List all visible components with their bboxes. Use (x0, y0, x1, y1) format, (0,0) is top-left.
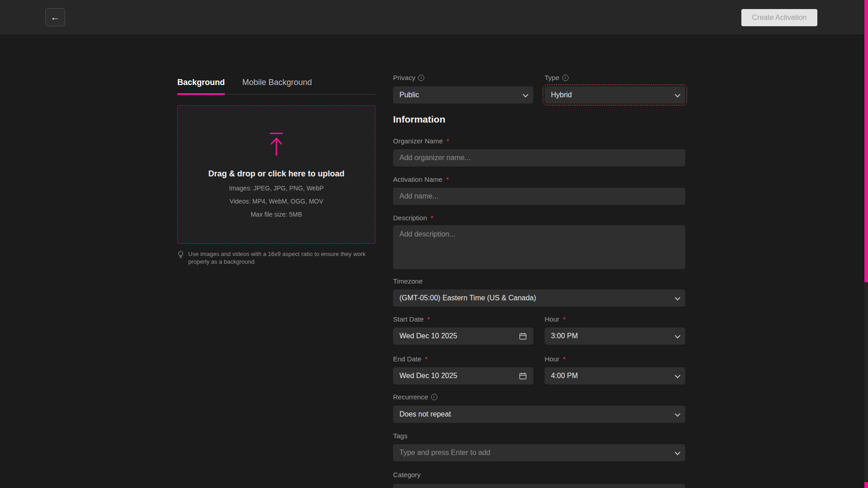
aspect-ratio-tip: Use images and videos with a 16x9 aspect… (177, 250, 372, 265)
required-asterisk: * (563, 355, 566, 363)
aspect-ratio-tip-text: Use images and videos with a 16x9 aspect… (188, 250, 372, 265)
dropzone-videos-formats: Videos: MP4, WebM, OGG, MOV (229, 198, 323, 205)
chevron-down-icon (675, 91, 681, 97)
organizer-name-label: Organizer Name * (393, 137, 449, 145)
tab-background[interactable]: Background (177, 78, 225, 95)
start-hour-select[interactable]: 3:00 PM (545, 327, 685, 345)
organizer-name-input[interactable] (393, 149, 685, 166)
required-asterisk: * (427, 315, 430, 323)
start-date-input[interactable]: Wed Dec 10 2025 (393, 327, 533, 345)
recurrence-info-icon[interactable] (431, 394, 437, 400)
type-select-value: Hybrid (551, 91, 572, 99)
background-tabs: Background Mobile Background (177, 78, 375, 95)
activation-name-label: Activation Name * (393, 175, 449, 183)
required-asterisk: * (431, 214, 433, 222)
type-info-icon[interactable] (562, 75, 569, 81)
tags-label: Tags (393, 432, 408, 440)
tab-mobile-background[interactable]: Mobile Background (242, 78, 312, 93)
description-label: Description * (393, 214, 433, 222)
end-hour-label: Hour * (545, 355, 565, 363)
recurrence-label: Recurrence (393, 393, 437, 401)
required-asterisk: * (425, 355, 428, 363)
end-date-label: End Date * (393, 355, 427, 363)
recurrence-select-value: Does not repeat (399, 410, 451, 418)
scrollbar-thumb[interactable] (864, 0, 868, 282)
required-asterisk: * (446, 137, 449, 145)
type-label: Type (545, 74, 569, 81)
dropzone-title: Drag & drop or click here to upload (208, 169, 344, 179)
start-hour-label: Hour * (545, 315, 565, 323)
required-asterisk: * (563, 315, 566, 323)
calendar-icon (519, 332, 527, 340)
end-date-input[interactable]: Wed Dec 10 2025 (393, 367, 533, 384)
chevron-down-icon (675, 294, 681, 300)
top-bar: ← Create Activation (0, 0, 868, 34)
tags-placeholder: Type and press Enter to add (399, 449, 490, 457)
chevron-down-icon (675, 372, 681, 378)
start-date-value: Wed Dec 10 2025 (399, 332, 457, 340)
chevron-down-icon (523, 91, 529, 97)
tags-input[interactable]: Type and press Enter to add (393, 444, 685, 461)
chevron-down-icon (675, 449, 681, 455)
activation-name-input[interactable] (393, 188, 685, 205)
calendar-icon (519, 372, 527, 380)
upload-dropzone[interactable]: Drag & drop or click here to upload Imag… (177, 105, 375, 244)
privacy-select[interactable]: Public (393, 86, 533, 104)
privacy-label: Privacy (393, 74, 424, 81)
dropzone-images-formats: Images: JPEG, JPG, PNG, WebP (229, 185, 323, 192)
chevron-down-icon (675, 332, 681, 338)
recurrence-select[interactable]: Does not repeat (393, 406, 685, 423)
lightbulb-icon (177, 251, 184, 260)
end-hour-value: 4:00 PM (551, 372, 578, 380)
timezone-label: Timezone (393, 277, 422, 285)
start-hour-value: 3:00 PM (551, 332, 578, 340)
description-textarea[interactable] (393, 225, 685, 269)
end-date-value: Wed Dec 10 2025 (399, 372, 457, 380)
start-date-label: Start Date * (393, 315, 430, 323)
dropzone-max-size: Max file size: 5MB (251, 211, 302, 218)
create-activation-button[interactable]: Create Activation (741, 9, 817, 26)
back-button[interactable]: ← (45, 8, 65, 26)
information-heading: Information (393, 114, 446, 125)
upload-arrow-icon (267, 132, 285, 156)
privacy-select-value: Public (399, 91, 419, 99)
timezone-select[interactable]: (GMT-05:00) Eastern Time (US & Canada) (393, 289, 685, 307)
back-arrow-icon: ← (51, 12, 60, 23)
required-asterisk: * (446, 175, 449, 183)
end-hour-select[interactable]: 4:00 PM (545, 367, 685, 384)
privacy-info-icon[interactable] (418, 75, 424, 81)
scrollbar-corner (864, 482, 868, 488)
timezone-select-value: (GMT-05:00) Eastern Time (US & Canada) (399, 294, 536, 302)
category-label: Category (393, 471, 421, 479)
type-select[interactable]: Hybrid (545, 86, 685, 104)
chevron-down-icon (675, 411, 681, 417)
category-select[interactable] (393, 484, 685, 488)
